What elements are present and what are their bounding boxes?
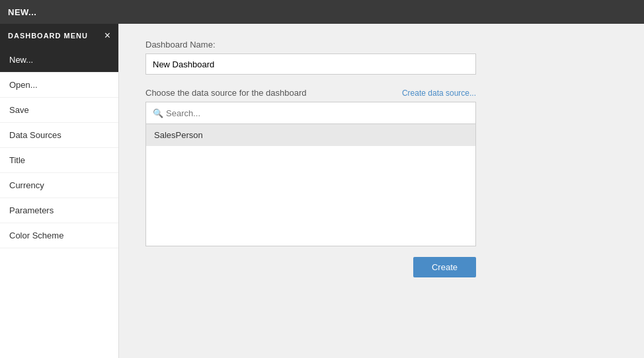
sidebar-item-label-currency: Currency (9, 180, 44, 190)
sidebar-item-currency[interactable]: Currency (0, 173, 118, 198)
datasource-header: Choose the data source for the dashboard… (145, 88, 476, 98)
content-area: Dashboard Name: Choose the data source f… (119, 24, 644, 358)
dashboard-name-group: Dashboard Name: (145, 40, 618, 75)
sidebar-item-label-new: New... (9, 55, 33, 65)
close-button[interactable]: × (104, 30, 110, 41)
sidebar-item-title[interactable]: Title (0, 148, 118, 173)
sidebar-item-label-color-scheme: Color Scheme (9, 231, 63, 240)
sidebar-item-data-sources[interactable]: Data Sources (0, 123, 118, 148)
sidebar-item-label-open: Open... (9, 80, 38, 90)
list-item[interactable]: SalesPerson (146, 124, 475, 146)
datasource-list: SalesPerson (145, 124, 476, 246)
create-datasource-link[interactable]: Create data source... (402, 89, 476, 98)
top-bar-title: NEW... (8, 7, 36, 17)
datasource-section: Choose the data source for the dashboard… (145, 88, 476, 246)
footer-actions: Create (145, 257, 476, 277)
sidebar-item-label-save: Save (9, 105, 29, 115)
sidebar-item-label-parameters: Parameters (9, 205, 54, 215)
sidebar-item-color-scheme[interactable]: Color Scheme (0, 223, 118, 248)
sidebar-item-label-title: Title (9, 155, 25, 165)
sidebar-item-new[interactable]: New... (0, 48, 118, 73)
sidebar-item-parameters[interactable]: Parameters (0, 198, 118, 223)
main-layout: DASHBOARD MENU × New... Open... Save Dat… (0, 24, 644, 358)
datasource-label: Choose the data source for the dashboard (145, 88, 307, 98)
search-box-wrapper: 🔍 (145, 102, 476, 124)
sidebar: DASHBOARD MENU × New... Open... Save Dat… (0, 24, 119, 358)
sidebar-item-save[interactable]: Save (0, 98, 118, 123)
top-bar: NEW... (0, 0, 644, 24)
sidebar-item-open[interactable]: Open... (0, 73, 118, 98)
sidebar-header-title: DASHBOARD MENU (8, 32, 88, 40)
search-input[interactable] (146, 102, 475, 124)
dashboard-name-label: Dashboard Name: (145, 40, 618, 50)
sidebar-header: DASHBOARD MENU × (0, 24, 118, 48)
dashboard-name-input[interactable] (145, 54, 476, 75)
create-button[interactable]: Create (413, 257, 476, 277)
sidebar-item-label-data-sources: Data Sources (9, 130, 61, 140)
search-icon: 🔍 (153, 108, 163, 118)
